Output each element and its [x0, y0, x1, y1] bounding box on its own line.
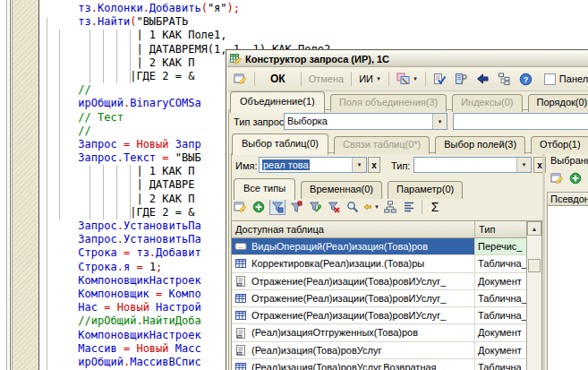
show-query-text-button[interactable] — [430, 71, 449, 87]
chevron-down-icon[interactable]: ▼ — [352, 158, 366, 172]
alias-column-header[interactable]: Псевдон — [547, 192, 588, 206]
toolbar-separator — [425, 72, 426, 86]
svg-text:?: ? — [524, 75, 529, 84]
totals-button[interactable]: Σ — [427, 199, 443, 215]
table-row-7[interactable]: (Реал)изация(Това)ровУслуг.Возвратная_Та… — [232, 359, 541, 370]
panel-splitter[interactable] — [542, 154, 545, 370]
table-name: Отражение(Реал)изации(Това)ровИУслуг_ — [250, 290, 475, 306]
view-style-button[interactable]: ▼ — [394, 71, 421, 87]
column-header-table[interactable]: Доступная таблица — [232, 221, 475, 237]
table-name: Отражение(Реал)изации(Това)ровИУслуг_ — [250, 307, 475, 323]
doc-icon — [232, 324, 250, 340]
table-tab-3[interactable]: Отбор(1) — [531, 136, 588, 154]
query-settings-button[interactable] — [452, 71, 471, 87]
name-filter-label: Имя: — [235, 160, 257, 171]
query-tree-button[interactable] — [495, 71, 514, 87]
sort-list-button[interactable] — [401, 199, 417, 215]
query-type-combo[interactable]: Выборка ▼ — [284, 113, 447, 130]
batch-panel-checkbox[interactable]: Панель паке — [538, 71, 588, 87]
code-line-2: тз.Найти("ВЫБРАТЬ — [39, 15, 330, 29]
chevron-down-icon[interactable]: ▼ — [413, 76, 418, 82]
selected-panel-toolbar — [549, 170, 588, 186]
grid-scrollbar[interactable]: ▲ — [526, 221, 541, 370]
dialog-title: Конструктор запроса (ИР), 1С — [245, 54, 389, 65]
chevron-down-icon[interactable]: ▼ — [376, 76, 381, 82]
scroll-thumb[interactable] — [528, 259, 541, 272]
goto-button[interactable]: ▼ — [363, 199, 379, 215]
main-tab-2[interactable]: Индексы(0) — [452, 94, 522, 112]
doc-icon — [232, 273, 250, 289]
panel-edge-line — [6, 0, 7, 370]
grid-icon — [232, 307, 250, 323]
table-row-0[interactable]: ...ВидыОпераций(Реал)изация(Това)ровПере… — [232, 238, 541, 255]
list-settings-button[interactable] — [232, 199, 248, 215]
cancel-button[interactable]: Отмена — [306, 71, 346, 87]
table-tab-1[interactable]: Связи таблиц(0*) — [334, 136, 430, 154]
table-tabs: Выбор таблиц(0)Связи таблиц(0*)Выбор пол… — [232, 133, 588, 154]
table-type: Документ — [475, 324, 527, 340]
toolbar-separator — [301, 72, 302, 86]
chevron-down-icon[interactable]: ▼ — [374, 204, 379, 210]
table-row-3[interactable]: Отражение(Реал)изации(Това)ровИУслуг_Таб… — [232, 290, 541, 307]
types-tab-1[interactable]: Временная(0) — [301, 181, 382, 199]
table-name: (Реал)изация(Това)ровУслуг.Возвратная_ — [250, 359, 475, 370]
tables-grid-header[interactable]: Доступная таблица Тип — [232, 221, 541, 238]
ii-menu-button[interactable]: ИИ▼ — [356, 71, 384, 87]
name-filter-combo[interactable]: реал това ▼ — [259, 157, 367, 173]
help-button[interactable]: ? — [516, 71, 535, 87]
query-builder-icon — [230, 53, 242, 65]
query-type-value: Выборка — [287, 116, 328, 126]
chevron-down-icon[interactable]: ▼ — [516, 158, 531, 172]
ok-button[interactable]: ОК — [260, 71, 296, 87]
table-row-1[interactable]: Корректировка(Реал)изации.(Това)рыТаблич… — [232, 255, 541, 272]
scroll-up-icon[interactable]: ▲ — [527, 221, 541, 236]
selected-settings-button[interactable] — [549, 170, 565, 186]
chevron-down-icon[interactable]: ▼ — [432, 114, 447, 129]
table-type: Документ — [475, 342, 527, 358]
selected-tables-list[interactable] — [547, 205, 588, 370]
secondary-field[interactable] — [453, 113, 588, 130]
back-arrow-button[interactable] — [473, 71, 492, 87]
checkbox-icon[interactable] — [544, 73, 556, 85]
column-header-type[interactable]: Тип — [475, 221, 527, 237]
code-line-1: тз.Колонки.Добавить("я"); — [39, 2, 330, 15]
table-row-6[interactable]: (Реал)изация(Това)ровУслугДокумент — [232, 342, 541, 359]
editor-gutter[interactable] — [13, 0, 38, 370]
add-table-button[interactable] — [251, 199, 267, 215]
tables-grid: Доступная таблица Тип ...ВидыОпераций(Ре… — [231, 220, 542, 370]
hierarchy-button[interactable] — [382, 199, 398, 215]
grid-icon — [232, 255, 250, 271]
filter-set-button[interactable] — [288, 199, 304, 215]
selected-tables-panel: Выбранны Псевдон — [547, 153, 588, 370]
filter-used-toggle[interactable] — [269, 199, 285, 215]
filter-clear-button[interactable] — [326, 199, 342, 215]
table-tab-0[interactable]: Выбор таблиц(0) — [232, 133, 328, 155]
toolbar-separator — [422, 200, 422, 214]
main-tab-0[interactable]: Объединение(1) — [230, 91, 325, 113]
type-filter-combo[interactable]: ▼ — [413, 157, 532, 173]
screenshot-root: тз.Колонки.Добавить("я"); тз.Найти("ВЫБР… — [0, 0, 588, 370]
selected-add-button[interactable] — [567, 170, 584, 186]
table-name: (Реал)изацияОтгруженных(Това)ров — [250, 324, 475, 340]
table-type: Таблична_ — [475, 290, 527, 306]
types-tab-2[interactable]: Параметр(0) — [388, 181, 463, 199]
types-tab-0[interactable]: Все типы — [234, 178, 295, 200]
main-tab-3[interactable]: Порядок(0) — [528, 94, 588, 112]
table-row-2[interactable]: Отражение(Реал)изации(Това)ровИУслуг_Док… — [232, 273, 541, 290]
tables-grid-body: ...ВидыОпераций(Реал)изация(Това)ровПере… — [232, 238, 541, 370]
types-tabs: Все типыВременная(0)Параметр(0) — [234, 178, 463, 199]
types-toolbar: ▼Σ — [232, 197, 443, 216]
dialog-toolbar: ОКОтменаИИ▼▼?Панель паке — [227, 67, 588, 91]
table-name: Отражение(Реал)изации(Това)ровИУслуг_ — [250, 273, 475, 289]
name-clear-button[interactable]: x — [368, 157, 380, 173]
table-row-4[interactable]: Отражение(Реал)изации(Това)ровИУслуг_Таб… — [232, 307, 541, 324]
dialog-titlebar[interactable]: Конструктор запроса (ИР), 1С — [227, 51, 588, 67]
main-tab-1[interactable]: Поля объединения(3) — [330, 94, 447, 112]
table-name: ВидыОпераций(Реал)изация(Това)ров — [250, 238, 475, 254]
form-settings-button[interactable] — [231, 71, 250, 87]
search-button[interactable] — [345, 199, 361, 215]
filter-edit-button[interactable] — [307, 199, 323, 215]
table-tab-2[interactable]: Выбор полей(3) — [435, 136, 525, 154]
type-filter-label: Тип: — [391, 160, 410, 171]
table-row-5[interactable]: (Реал)изацияОтгруженных(Това)ровДокумент — [232, 324, 541, 341]
